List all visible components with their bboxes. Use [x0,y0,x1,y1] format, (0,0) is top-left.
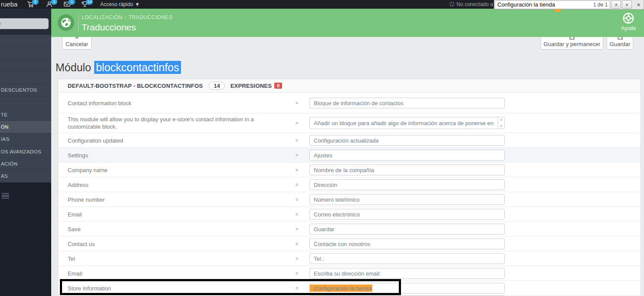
translation-input[interactable]: Tel.: [309,253,505,264]
sidebar-item[interactable] [0,60,51,72]
sidebar-search-area: r [0,9,51,35]
collapse-menu-icon[interactable] [2,193,9,199]
translation-value: Guardar [310,226,335,232]
translation-input[interactable]: Guardar [309,223,505,234]
floppy-icon [541,37,603,40]
equals-sign: = [296,100,298,106]
translation-value: Nombre de la compañía [310,166,374,173]
equals-sign: = [296,182,298,187]
connection-status: No conectado a [457,1,493,7]
translation-row: Settings=Ajustes [58,148,641,163]
save-and-stay-button[interactable]: Guardar y permanecer [541,37,603,50]
sidebar-item[interactable]: AS [0,170,51,183]
translation-source-label: Configuration updated [68,136,287,144]
translation-textarea[interactable]: Añadir un bloque para añadir algo de inf… [309,117,505,129]
translation-value: Bloque de información de contactos [310,100,404,106]
translation-row: This module will allow you to display yo… [58,113,641,133]
sidebar-search-input[interactable]: r [0,18,49,29]
equals-sign: = [296,120,298,126]
floppy-icon [607,37,633,40]
sidebar-item[interactable] [0,35,51,47]
sidebar-item-label: ACIÓN [0,161,17,166]
translation-input[interactable]: Bloque de información de contactos [309,97,505,108]
equals-sign: = [296,197,298,202]
sidebar-menu: DESCUENTOSTEÓNIASOS AVANZADOSACIÓNAS [0,35,51,183]
equals-sign: = [296,271,298,276]
translation-value: Tel.: [310,255,324,262]
messages-icon[interactable]: 1 [63,1,71,8]
translation-source-label: Store Information [68,284,287,292]
translation-source-label: Tel [68,255,287,262]
find-input[interactable]: Configuración la tienda 1 de 1 [495,0,610,9]
equals-sign: = [296,256,298,261]
find-close-button[interactable]: × [634,0,644,9]
translation-row: Contact us=Contacte con nosotros [58,236,641,251]
translation-input[interactable]: Configuración actualizada [309,135,505,146]
sidebar-item-label: OS AVANZADOS [0,149,41,154]
sidebar-item[interactable]: ACIÓN [0,158,51,170]
sidebar-item[interactable] [0,47,51,59]
breadcrumb-parent[interactable]: LOCALIZACIÓN [82,14,122,20]
cancel-icon: ✕ [62,37,91,40]
sidebar-item[interactable]: IAS [0,133,51,146]
cart-icon[interactable]: 5 [27,1,35,8]
translation-row: Email:=Escriba su dirección email: [58,266,641,281]
translation-input[interactable]: Configuración la tienda [309,283,505,293]
page-title: Traducciones [82,22,136,33]
translation-value: Escriba su dirección email: [310,270,381,276]
header-divider [78,14,79,32]
expressions-tab[interactable]: EXPRESIONES [230,83,272,89]
translation-row: Company name=Nombre de la compañía [58,163,641,177]
lifebuoy-icon [622,12,635,25]
translation-value: Añadir un bloque para añadir algo de inf… [310,120,493,126]
help-button[interactable]: Ayuda [616,12,641,31]
quick-access-menu[interactable]: Acceso rápido ▼ [100,1,140,7]
translation-value: Configuración actualizada [310,137,379,143]
translation-source-label: Email: [68,269,287,277]
textarea-scroll-arrows[interactable]: ▲▼ [498,117,504,129]
sidebar-item[interactable]: DESCUENTOS [0,84,51,96]
translation-source-label: Contact information block [68,99,287,106]
sidebar-item-label: AS [0,173,8,179]
translation-input[interactable]: Contacte con nosotros [309,238,505,249]
find-previous-button[interactable]: ∧ [611,0,621,9]
sidebar-item[interactable]: ÓN [0,121,51,133]
translation-input[interactable]: Dirección [309,179,505,190]
expressions-count-badge: 0 [274,83,282,89]
translation-input[interactable]: Escriba su dirección email: [309,268,505,279]
translation-row: Tel=Tel.: [58,251,641,266]
equals-sign: = [296,138,298,143]
sidebar-item[interactable] [0,96,51,109]
trophy-count-badge: 14 [86,0,93,5]
sidebar-item[interactable] [0,72,51,84]
trophy-icon[interactable]: 14 [81,1,89,8]
theme-module-tab[interactable]: DEFAULT-BOOTSTRAP - BLOCKCONTACTINFOS [68,83,203,89]
translation-input[interactable]: Nombre de la compañía [309,164,505,175]
translation-row: Configuration updated=Configuración actu… [58,133,641,148]
translation-input[interactable]: Correo electrónico [309,209,505,220]
translation-input[interactable]: Ajustes [309,150,505,160]
translation-value: Ajustes [310,152,332,158]
help-label: Ayuda [616,25,641,31]
equals-sign: = [296,226,298,232]
translation-input[interactable]: Número telefónico [309,194,505,205]
customers-icon[interactable]: 3 [46,1,53,8]
sidebar-item-label: IAS [0,136,10,142]
broken-link-icon [449,1,455,9]
translation-value: Número telefónico [310,196,360,203]
breadcrumb-current[interactable]: TRADUCCIONES [128,14,173,20]
sidebar-item-label: TE [0,112,8,117]
cancel-button[interactable]: ✕ Cancelar [62,37,92,50]
customers-count-badge: 3 [51,0,57,5]
find-next-button[interactable]: ∨ [622,0,632,9]
translation-row: Email=Correo electrónico [58,207,641,222]
panel-header: DEFAULT-BOOTSTRAP - BLOCKCONTACTINFOS 14… [58,79,641,93]
sidebar-item-label: DESCUENTOS [0,87,37,93]
translation-row: Contact information block=Bloque de info… [58,93,641,113]
equals-sign: = [296,241,298,246]
translation-value: Dirección [310,181,337,188]
save-button[interactable]: Guardar [607,37,633,50]
sidebar-item[interactable]: OS AVANZADOS [0,146,51,158]
shop-name[interactable]: rueba [1,0,17,8]
sidebar-item[interactable]: TE [0,109,51,121]
